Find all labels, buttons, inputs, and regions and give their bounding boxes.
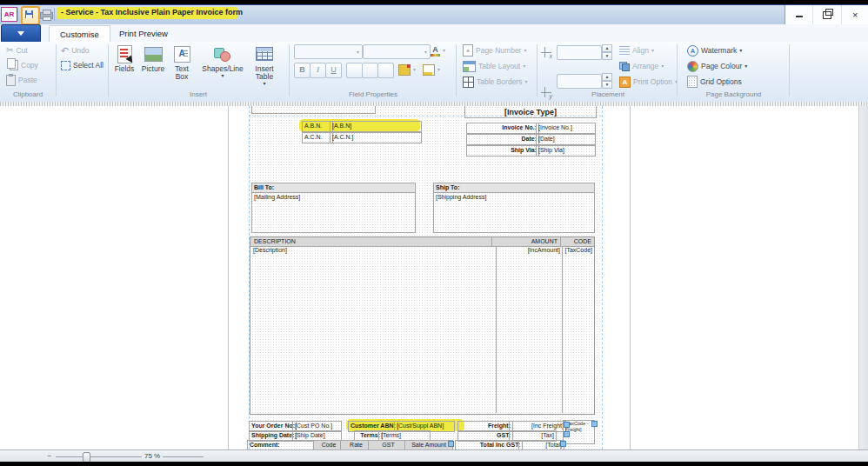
dropdown-arrow-icon: ▾ bbox=[413, 67, 416, 72]
abn-label-field[interactable]: A.B.N. bbox=[302, 121, 333, 132]
description-header: DESCRIPTION bbox=[250, 237, 491, 246]
acn-value-field[interactable]: [A.C.N.] bbox=[330, 132, 422, 143]
undo-icon: ↶ bbox=[61, 46, 69, 56]
insert-table-button[interactable]: Insert Table ▾ bbox=[249, 44, 280, 86]
dropdown-arrow-icon: ▾ bbox=[263, 81, 265, 86]
page-colour-icon bbox=[687, 61, 698, 72]
table-borders-button[interactable]: Table Borders ▾ bbox=[463, 76, 527, 88]
tab-print-preview[interactable]: Print Preview bbox=[109, 25, 178, 42]
align-label: Align bbox=[632, 46, 649, 55]
text-box-button[interactable]: A Text Box bbox=[170, 44, 194, 81]
bold-button[interactable]: B bbox=[294, 63, 310, 78]
paste-icon bbox=[6, 75, 16, 86]
group-separator bbox=[537, 44, 537, 97]
italic-button[interactable]: I bbox=[310, 63, 326, 78]
dropdown-arrow-icon: ▾ bbox=[739, 48, 742, 53]
highlight-colour-button[interactable]: ▾ bbox=[398, 63, 416, 76]
select-all-label: Select All bbox=[73, 61, 103, 70]
align-left-button[interactable] bbox=[346, 63, 363, 78]
cut-button[interactable]: ✂ Cut bbox=[6, 44, 28, 57]
select-all-button[interactable]: Select All bbox=[61, 59, 103, 71]
field-marker bbox=[448, 441, 454, 447]
dropdown-arrow-icon: ▾ bbox=[424, 50, 427, 55]
fields-icon bbox=[117, 45, 132, 63]
font-size-combobox[interactable]: ▾ bbox=[363, 44, 431, 59]
mailing-address-field[interactable]: [Mailing Address] bbox=[251, 192, 416, 233]
invoice-no-value-field[interactable]: [Invoice No.] bbox=[536, 123, 596, 134]
invoice-no-label-field[interactable]: Invoice No.: bbox=[466, 123, 539, 134]
font-colour-button[interactable]: A ▾ bbox=[431, 44, 445, 57]
font-name-combobox[interactable]: ▾ bbox=[294, 44, 363, 59]
comment-label-field[interactable]: Comment: bbox=[247, 440, 317, 449]
restore-button[interactable] bbox=[813, 5, 841, 24]
total-value-field[interactable]: [Total] bbox=[518, 440, 564, 449]
fields-button[interactable]: Fields bbox=[111, 44, 137, 73]
date-value-field[interactable]: [Date] bbox=[536, 134, 596, 145]
sale-amount-cell-field[interactable]: Sale Amount bbox=[404, 440, 453, 449]
copy-button[interactable]: Copy bbox=[6, 59, 38, 71]
underline-button[interactable]: U bbox=[325, 63, 342, 78]
fill-colour-button[interactable]: ▾ bbox=[423, 63, 440, 76]
font-colour-icon: A bbox=[431, 45, 440, 57]
grid-options-icon bbox=[687, 76, 698, 88]
acn-label-field[interactable]: A.C.N. bbox=[302, 132, 333, 143]
total-inc-gst-label-field[interactable]: Total Inc GST: bbox=[455, 440, 523, 449]
group-separator bbox=[56, 44, 57, 97]
field-marker bbox=[560, 441, 566, 447]
description-value-field[interactable]: [Description] bbox=[251, 246, 359, 256]
abn-value-field[interactable]: [A.B.N] bbox=[330, 121, 422, 132]
undo-button[interactable]: ↶ Undo bbox=[61, 44, 90, 57]
vertical-scrollbar[interactable] bbox=[858, 106, 868, 449]
bottom-black-strip bbox=[0, 462, 868, 466]
line-items-table[interactable]: DESCRIPTION AMOUNT CODE bbox=[250, 236, 595, 415]
close-button[interactable]: × bbox=[842, 5, 868, 24]
table-layout-button[interactable]: Table Layout ▾ bbox=[463, 60, 525, 72]
column-divider bbox=[562, 246, 563, 413]
gst-cell-field[interactable]: GST bbox=[368, 440, 409, 449]
paste-label: Paste bbox=[18, 76, 37, 84]
app-menu-button[interactable] bbox=[1, 24, 41, 43]
y-position-spinner[interactable]: ▲▼ bbox=[602, 73, 612, 87]
paste-button[interactable]: Paste bbox=[6, 74, 37, 86]
shipping-address-field[interactable]: [Shipping Address] bbox=[433, 192, 595, 233]
right-margin-guide bbox=[602, 106, 603, 449]
align-button[interactable]: Align ▾ bbox=[619, 44, 654, 57]
watermark-button[interactable]: A Watermark ▾ bbox=[687, 44, 742, 57]
page-number-label: Page Number bbox=[476, 46, 521, 55]
company-name-field[interactable] bbox=[251, 106, 376, 114]
arrange-label: Arrange bbox=[632, 62, 658, 70]
tab-customise[interactable]: Customise bbox=[49, 25, 110, 43]
x-position-spinner[interactable]: ▲▼ bbox=[602, 44, 612, 58]
highlight-colour-icon bbox=[398, 64, 411, 76]
fill-colour-icon bbox=[423, 64, 435, 76]
page-background-group-label: Page Background bbox=[678, 90, 789, 98]
grid-options-button[interactable]: Grid Options bbox=[687, 76, 742, 88]
zoom-out-icon[interactable]: − bbox=[47, 451, 51, 460]
print-option-button[interactable]: A Print Option ▾ bbox=[619, 76, 678, 88]
table-borders-icon bbox=[463, 77, 474, 88]
minimize-button[interactable] bbox=[785, 5, 813, 24]
y-position-input[interactable] bbox=[557, 74, 602, 89]
page-number-button[interactable]: a Page Number ▾ bbox=[463, 44, 526, 57]
design-canvas[interactable]: [Invoice Type] A.B.N. [A.B.N] A.C.N. [A.… bbox=[0, 106, 868, 449]
page-colour-button[interactable]: Page Colour ▾ bbox=[687, 60, 747, 72]
align-right-button[interactable] bbox=[377, 63, 394, 78]
align-centre-button[interactable] bbox=[362, 63, 378, 78]
inc-amount-value-field[interactable]: [IncAmount] bbox=[492, 246, 562, 256]
tax-code-value-field[interactable]: [TaxCode] bbox=[559, 246, 594, 256]
copy-icon bbox=[10, 60, 18, 70]
save-button[interactable] bbox=[21, 6, 40, 25]
arrange-button[interactable]: Arrange ▾ bbox=[619, 60, 664, 72]
field-marker bbox=[591, 421, 598, 427]
print-button[interactable] bbox=[39, 8, 53, 21]
date-label-field[interactable]: Date: bbox=[466, 134, 539, 145]
invoice-type-field[interactable]: [Invoice Type] bbox=[464, 106, 597, 118]
restore-icon bbox=[823, 11, 831, 19]
shapes-line-button[interactable]: Shapes/Line ▾ bbox=[198, 44, 247, 78]
zoom-slider-track[interactable] bbox=[56, 456, 204, 457]
ship-via-value-field[interactable]: [Ship Via] bbox=[536, 145, 596, 156]
ship-via-label-field[interactable]: Ship Via: bbox=[466, 145, 539, 156]
x-position-input[interactable] bbox=[557, 45, 602, 60]
dropdown-arrow-icon: ▾ bbox=[443, 48, 445, 53]
picture-button[interactable]: Picture bbox=[139, 44, 167, 73]
